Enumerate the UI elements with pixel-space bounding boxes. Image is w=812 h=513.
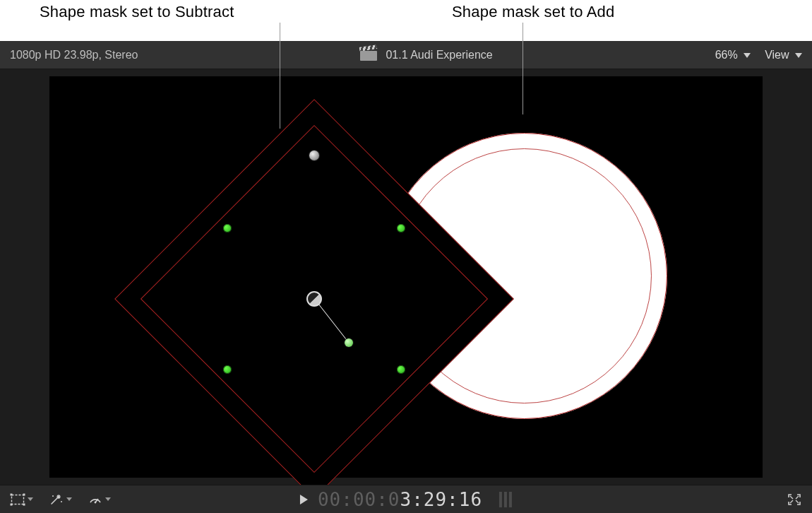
clapperboard-icon	[360, 49, 377, 61]
annotation-leader-add	[523, 23, 523, 114]
fullscreen-icon	[787, 493, 802, 507]
play-button[interactable]	[300, 495, 308, 505]
retime-dropdown[interactable]	[88, 493, 111, 507]
svg-rect-3	[11, 503, 13, 505]
chevron-down-icon	[28, 497, 33, 501]
timecode-display[interactable]: 00:00:03:29:16	[318, 489, 482, 510]
chevron-down-icon	[105, 497, 111, 501]
viewer-panel: 1080p HD 23.98p, Stereo 01.1 Audi Experi…	[0, 41, 812, 513]
viewer-toolbar: 1080p HD 23.98p, Stereo 01.1 Audi Experi…	[0, 41, 812, 69]
magic-wand-icon	[49, 493, 64, 507]
enhancements-dropdown[interactable]	[49, 493, 72, 507]
timecode-dim: 00:00:0	[318, 489, 400, 510]
annotation-subtract-label: Shape mask set to Subtract	[40, 3, 234, 21]
svg-rect-2	[23, 493, 25, 495]
svg-point-6	[61, 501, 62, 502]
svg-point-8	[95, 501, 97, 503]
format-label: 1080p HD 23.98p, Stereo	[10, 49, 138, 61]
clip-name: 01.1 Audi Experience	[386, 49, 492, 61]
svg-rect-4	[23, 503, 25, 505]
svg-point-5	[52, 495, 54, 497]
view-label: View	[765, 49, 789, 61]
mask-add-outer-outline	[381, 133, 667, 419]
fullscreen-button[interactable]	[787, 493, 802, 507]
zoom-value: 66%	[715, 49, 738, 61]
chevron-down-icon	[744, 53, 751, 58]
svg-rect-0	[12, 495, 24, 504]
annotation-add-label: Shape mask set to Add	[452, 3, 614, 21]
chevron-down-icon	[795, 53, 802, 58]
transform-tool-icon	[10, 493, 25, 506]
transform-tool-dropdown[interactable]	[10, 493, 33, 506]
view-dropdown[interactable]: View	[765, 49, 802, 61]
timecode-lit: 3:29:16	[400, 489, 483, 510]
clip-title-group[interactable]: 01.1 Audi Experience	[138, 49, 715, 61]
annotation-strip: Shape mask set to Subtract Shape mask se…	[0, 0, 812, 41]
shape-mask-add[interactable]	[381, 133, 667, 419]
audio-skimming-indicator	[499, 492, 512, 507]
playback-bar: 00:00:03:29:16	[0, 485, 812, 513]
annotation-leader-subtract	[280, 23, 280, 129]
chevron-down-icon	[66, 497, 72, 501]
zoom-dropdown[interactable]: 66%	[715, 49, 751, 61]
svg-rect-1	[11, 493, 13, 495]
retime-dial-icon	[88, 493, 103, 507]
viewer-canvas[interactable]	[0, 69, 812, 485]
